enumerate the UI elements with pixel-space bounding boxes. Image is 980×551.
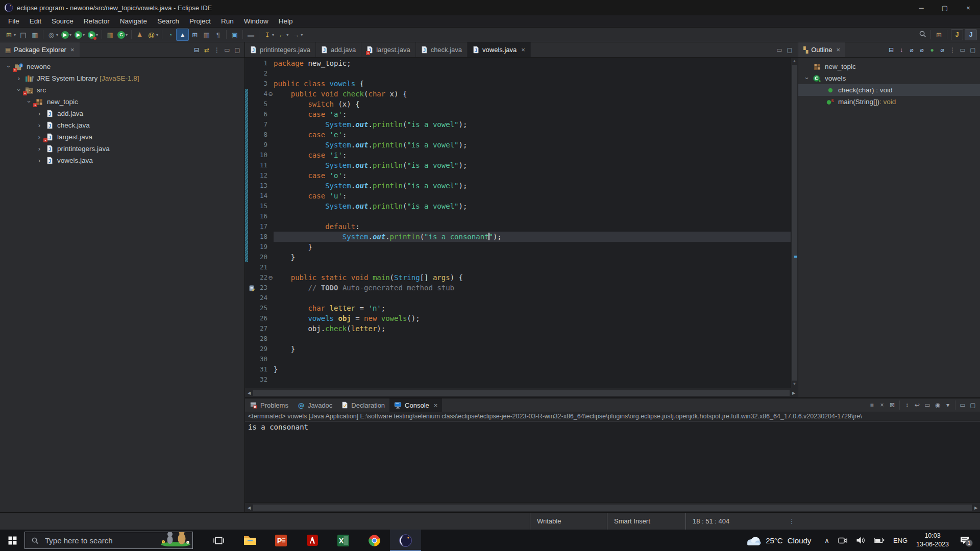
console-maximize-icon[interactable]: ▢ — [968, 402, 978, 409]
outline-hide-fields-icon[interactable]: ⌀ — [906, 46, 917, 54]
explorer-item-largest-java[interactable]: ›J×largest.java — [0, 131, 244, 143]
package-explorer-close-icon[interactable]: × — [70, 46, 75, 54]
menu-project[interactable]: Project — [184, 15, 216, 28]
outline-hide-static-members-icon[interactable]: ⌀ — [917, 46, 927, 54]
toolbar-new-wizard-icon[interactable]: ⊞▾ — [3, 29, 17, 41]
editor-vertical-scrollbar[interactable]: ▲▼ — [791, 58, 798, 388]
toolbar-open-perspective-icon[interactable]: ⊞ — [933, 29, 945, 41]
teams-icon[interactable] — [838, 537, 847, 544]
outline-collapse-all-icon[interactable]: ⊟ — [886, 46, 896, 54]
menu-refactor[interactable]: Refactor — [79, 15, 115, 28]
explorer-item-newone[interactable]: ›J×newone — [0, 61, 244, 72]
explorer-item-printintegers-java[interactable]: ›Jprintintegers.java — [0, 143, 244, 155]
toolbar-search-icon[interactable] — [917, 29, 928, 41]
menu-run[interactable]: Run — [216, 15, 239, 28]
console-clear-console-icon[interactable]: ▭ — [922, 402, 933, 409]
toolbar-forward-history-icon[interactable]: →▾ — [290, 29, 304, 41]
explorer-item-vowels-java[interactable]: ›Jvowels.java — [0, 155, 244, 166]
toolbar-new-java-project-icon[interactable]: ▦ — [104, 29, 116, 41]
editor-tab-add-java[interactable]: Jadd.java — [316, 42, 361, 57]
start-button[interactable] — [0, 530, 24, 551]
outline-item-vowels[interactable]: ›Cvowels — [798, 72, 980, 84]
outline-view-menu-icon[interactable]: ⋮ — [947, 46, 958, 54]
console-horizontal-scrollbar[interactable]: ◀▶ — [245, 503, 980, 512]
statusbar-overflow-icon[interactable]: ⋮ — [783, 513, 800, 530]
console-tab-javadoc[interactable]: @Javadoc — [293, 398, 337, 412]
console-remove-launch-icon[interactable]: × — [877, 402, 887, 409]
dropdown-arrow-icon[interactable]: ▾ — [96, 33, 98, 37]
toolbar-last-edit-location-icon[interactable]: ↧▾ — [261, 29, 276, 41]
taskbar-search-box[interactable] — [24, 532, 193, 549]
volume-icon[interactable] — [856, 536, 865, 544]
console-pin-console-icon[interactable]: ◉ — [933, 402, 943, 409]
package-explorer-view-menu-icon[interactable]: ⋮ — [212, 46, 222, 54]
console-remove-all-terminated-icon[interactable]: ⊠ — [887, 402, 897, 409]
close-tab-icon[interactable]: × — [434, 402, 438, 409]
scrollbar-thumb[interactable] — [253, 505, 972, 511]
scroll-right-arrow-icon[interactable]: ▶ — [972, 506, 980, 510]
fold-collapse-icon[interactable]: ⊖ — [267, 89, 274, 99]
taskbar-app-excel[interactable]: X — [328, 530, 359, 551]
toolbar-toggle-highlight-icon[interactable]: ▬ — [245, 29, 257, 41]
console-output[interactable]: is a consonant — [245, 421, 980, 503]
tree-expand-arrow-icon[interactable]: › — [35, 133, 44, 141]
tree-collapse-arrow-icon[interactable]: › — [24, 98, 34, 106]
code-editor[interactable]: 1package new_topic;23public class vowels… — [245, 58, 791, 388]
dropdown-arrow-icon[interactable]: ▾ — [156, 33, 158, 37]
explorer-item-src[interactable]: ›×src — [0, 84, 244, 96]
editor-tab-check-java[interactable]: Jcheck.java — [416, 42, 468, 57]
toolbar-back-history-icon[interactable]: ←▾ — [276, 29, 290, 41]
toolbar-generate-javadoc-icon[interactable]: @▾ — [145, 29, 160, 41]
dropdown-arrow-icon[interactable]: ▾ — [69, 33, 71, 37]
outline-item-main-string-[interactable]: Smain(String[]) : void — [798, 96, 980, 108]
console-scroll-lock-icon[interactable]: ↕ — [902, 402, 912, 409]
tree-expand-arrow-icon[interactable]: › — [35, 110, 44, 117]
toolbar-show-view-table-icon[interactable]: ▦ — [201, 29, 212, 41]
explorer-item-add-java[interactable]: ›Jadd.java — [0, 108, 244, 119]
console-word-wrap-icon[interactable]: ↩ — [912, 402, 922, 409]
package-explorer-link-with-editor-icon[interactable]: ⇄ — [202, 46, 212, 54]
taskbar-app-chrome[interactable] — [359, 530, 390, 551]
taskbar-app-acrobat[interactable] — [297, 530, 328, 551]
toolbar-create-snapshot-icon[interactable]: ◔ — [164, 29, 176, 41]
toolbar-open-console-icon[interactable]: ▣ — [229, 29, 240, 41]
outline-close-icon[interactable]: × — [836, 46, 840, 54]
toolbar-skip-breakpoints-icon[interactable]: ◎▾ — [45, 29, 60, 41]
outline-item-check-char-void[interactable]: check(char) : void — [798, 84, 980, 96]
language-indicator[interactable]: ENG — [893, 537, 908, 544]
toolbar-perspective-java-icon[interactable]: J — [965, 29, 977, 40]
outline-sort-icon[interactable]: ↓ — [896, 46, 906, 54]
dropdown-arrow-icon[interactable]: ▾ — [286, 33, 288, 37]
taskbar-app-powerpoint[interactable]: P — [265, 530, 297, 551]
editor-tab-printintegers-java[interactable]: Jprintintegers.java — [245, 42, 316, 57]
close-tab-icon[interactable]: × — [521, 46, 525, 54]
package-explorer-maximize-icon[interactable]: ▢ — [232, 46, 242, 54]
taskbar-app-file-explorer[interactable] — [234, 530, 265, 551]
scroll-left-arrow-icon[interactable]: ◀ — [245, 391, 253, 395]
tree-expand-arrow-icon[interactable]: › — [35, 145, 44, 153]
package-explorer-collapse-all-icon[interactable]: ⊟ — [191, 46, 202, 54]
tree-expand-arrow-icon[interactable]: › — [35, 121, 44, 129]
dropdown-arrow-icon[interactable]: ▾ — [14, 33, 16, 37]
toolbar-open-type-icon[interactable]: ⊞ — [189, 29, 201, 41]
clock[interactable]: 10:0313-06-2023 — [916, 532, 949, 549]
dropdown-arrow-icon[interactable]: ▾ — [126, 33, 128, 37]
tree-collapse-arrow-icon[interactable]: › — [14, 86, 23, 94]
editor-tab-vowels-java[interactable]: Jvowels.java× — [468, 42, 531, 57]
tree-expand-arrow-icon[interactable]: › — [14, 74, 23, 82]
toolbar-open-task-icon[interactable]: ♟ — [134, 29, 145, 41]
menu-search[interactable]: Search — [152, 15, 184, 28]
outline-hide-local-types-icon[interactable]: ⌀ — [937, 46, 947, 54]
menu-help[interactable]: Help — [274, 15, 298, 28]
toolbar-mark-occurrences-icon[interactable]: ▲ — [176, 29, 189, 41]
scroll-right-arrow-icon[interactable]: ▶ — [790, 391, 798, 395]
battery-icon[interactable] — [874, 537, 885, 544]
toolbar-run-external-tools-icon[interactable]: ▶▾ — [73, 29, 86, 41]
outline-maximize-icon[interactable]: ▢ — [968, 46, 978, 54]
editor-maximize-icon[interactable]: ▢ — [785, 46, 795, 54]
hidden-icons-chevron-icon[interactable]: ∧ — [824, 537, 829, 544]
tree-collapse-arrow-icon[interactable]: › — [802, 74, 812, 82]
menu-window[interactable]: Window — [239, 15, 274, 28]
toolbar-new-java-class-icon[interactable]: C▾ — [116, 29, 129, 41]
tree-expand-arrow-icon[interactable]: › — [35, 157, 44, 164]
